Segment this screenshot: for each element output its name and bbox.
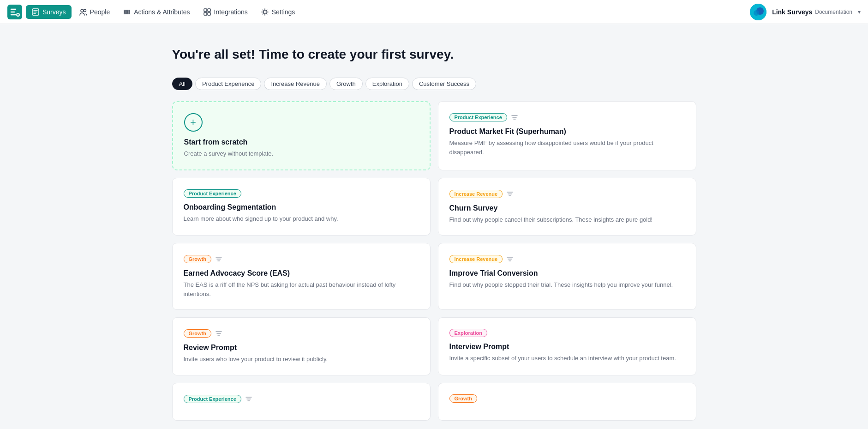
svg-point-4 (84, 9, 86, 12)
card-badges: Exploration (449, 329, 685, 337)
link-surveys-button[interactable]: Link Surveys Documentation (772, 8, 852, 16)
card-desc: Find out why people cancel their subscri… (449, 215, 685, 224)
card-title: Review Prompt (184, 344, 419, 352)
svg-rect-7 (204, 12, 207, 15)
card-badges: Growth (449, 394, 685, 403)
cards-grid: + Start from scratch Create a survey wit… (172, 101, 696, 421)
badge-product-experience: Product Experience (449, 113, 507, 121)
badge-increase-revenue: Increase Revenue (449, 255, 503, 263)
navbar: Surveys People Actions & Attributes (0, 0, 868, 24)
card-desc: Invite users who love your product to re… (184, 355, 419, 364)
filter-product-experience[interactable]: Product Experience (195, 78, 261, 90)
card-title: Start from scratch (184, 138, 419, 146)
card-desc: Measure PMF by assessing how disappointe… (449, 139, 685, 157)
card-badges: Growth (184, 254, 419, 264)
nav-people[interactable]: People (73, 5, 116, 19)
card-title: Churn Survey (449, 204, 685, 212)
badge-increase-revenue: Increase Revenue (449, 190, 503, 198)
card-badges: Growth (184, 329, 419, 338)
page-title: You're all set! Time to create your firs… (172, 46, 696, 63)
card-desc: Learn more about who signed up to your p… (184, 214, 419, 224)
filter-increase-revenue[interactable]: Increase Revenue (264, 78, 327, 90)
svg-rect-8 (208, 12, 210, 15)
card-desc: Find out why people stopped their trial.… (449, 280, 685, 290)
svg-rect-6 (208, 9, 210, 12)
card-churn-survey[interactable]: Increase Revenue Churn Survey Find out w… (438, 178, 696, 236)
card-product-market-fit[interactable]: Product Experience Product Market Fit (S… (438, 101, 696, 170)
filter-tabs: All Product Experience Increase Revenue … (172, 78, 696, 90)
nav-actions[interactable]: Actions & Attributes (117, 5, 195, 19)
card-onboarding-segmentation[interactable]: Product Experience Onboarding Segmentati… (172, 178, 431, 236)
card-title: Improve Trial Conversion (449, 269, 685, 278)
plus-circle-icon: + (184, 113, 203, 132)
card-badges: Product Experience (184, 394, 419, 404)
card-desc: Create a survey without template. (184, 149, 419, 158)
filter-customer-success[interactable]: Customer Success (412, 78, 476, 90)
surveys-icon (31, 8, 40, 16)
card-desc: The EAS is a riff off the NPS but asking… (184, 280, 419, 298)
nav-surveys[interactable]: Surveys (26, 5, 72, 19)
badge-growth: Growth (184, 329, 212, 338)
card-title: Interview Prompt (449, 343, 685, 351)
app-logo[interactable] (7, 5, 22, 19)
badge-growth: Growth (449, 394, 478, 403)
card-bottom-right[interactable]: Growth (438, 383, 696, 421)
filter-icon (214, 254, 223, 264)
card-desc: Invite a specific subset of your users t… (449, 354, 685, 363)
card-interview-prompt[interactable]: Exploration Interview Prompt Invite a sp… (438, 317, 696, 375)
card-scratch[interactable]: + Start from scratch Create a survey wit… (172, 101, 431, 170)
dropdown-chevron-icon: ▾ (858, 9, 861, 15)
badge-product-experience: Product Experience (184, 395, 241, 403)
svg-point-12 (754, 10, 759, 16)
svg-point-3 (81, 9, 84, 12)
badge-exploration: Exploration (449, 329, 488, 337)
settings-icon (261, 8, 269, 16)
people-icon (79, 8, 87, 16)
svg-point-9 (263, 11, 266, 13)
card-badges: Product Experience (184, 189, 419, 198)
filter-icon (505, 254, 515, 264)
card-bottom-left[interactable]: Product Experience (172, 383, 431, 421)
filter-icon (505, 189, 515, 199)
badge-growth: Growth (184, 255, 212, 263)
filter-all[interactable]: All (172, 78, 192, 90)
card-review-prompt[interactable]: Growth Review Prompt Invite users who lo… (172, 317, 431, 375)
card-badges: Product Experience (449, 113, 685, 122)
card-improve-trial[interactable]: Increase Revenue Improve Trial Conversio… (438, 243, 696, 310)
filter-icon (214, 329, 223, 338)
card-earned-advocacy[interactable]: Growth Earned Advocacy Score (EAS) The E… (172, 243, 431, 310)
actions-icon (123, 8, 131, 16)
filter-icon (244, 394, 253, 404)
card-title: Product Market Fit (Superhuman) (449, 127, 685, 136)
nav-items: Surveys People Actions & Attributes (26, 5, 750, 19)
card-title: Onboarding Segmentation (184, 203, 419, 211)
card-badges: Increase Revenue (449, 189, 685, 199)
svg-rect-5 (204, 9, 207, 12)
filter-growth[interactable]: Growth (329, 78, 363, 90)
filter-exploration[interactable]: Exploration (365, 78, 409, 90)
nav-settings[interactable]: Settings (255, 5, 301, 19)
main-content: You're all set! Time to create your firs… (157, 24, 711, 429)
filter-icon (510, 113, 519, 122)
integrations-icon (203, 8, 211, 16)
navbar-right: Link Surveys Documentation ▾ (750, 4, 861, 20)
badge-product-experience: Product Experience (184, 189, 241, 198)
card-badges: Increase Revenue (449, 254, 685, 264)
card-title: Earned Advocacy Score (EAS) (184, 269, 419, 278)
nav-integrations[interactable]: Integrations (198, 5, 253, 19)
avatar[interactable] (750, 4, 766, 20)
